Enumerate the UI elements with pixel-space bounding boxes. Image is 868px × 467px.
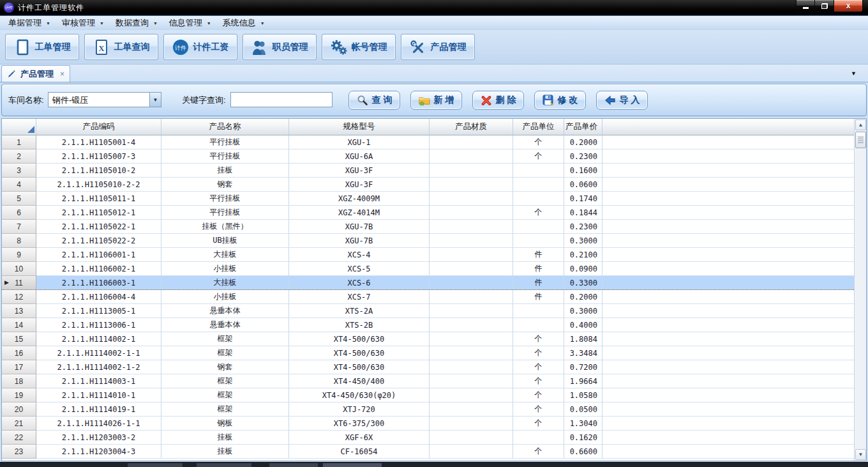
gears-icon <box>331 39 347 56</box>
scrollbar-thumb[interactable] <box>855 132 866 148</box>
vertical-scrollbar[interactable]: ▲ ▼ <box>854 119 866 461</box>
table-row[interactable]: 52.1.1.H1105011-1平行挂板XGZ-4009M0.1740 <box>2 192 854 206</box>
close-button[interactable]: x <box>834 0 863 12</box>
restore-icon <box>821 3 828 9</box>
row-number[interactable]: 22 <box>2 431 36 445</box>
table-row[interactable]: 152.1.1.H1114002-1框架XT4-500/630个1.8084 <box>2 332 854 346</box>
toolbar-button-label: 产品管理 <box>431 42 467 53</box>
toolbar-button-label: 职员管理 <box>273 42 308 53</box>
row-number[interactable]: 15 <box>2 332 36 346</box>
cell-unit: 个 <box>513 149 564 164</box>
row-number[interactable]: 5 <box>2 192 36 206</box>
product-table: 产品编码产品名称规格型号产品材质产品单位产品单价 12.1.1.H1105001… <box>1 118 867 461</box>
menu-item-system-info[interactable]: 系统信息 ▼ <box>217 17 271 30</box>
title-bar[interactable]: 计件 计件工单管理软件 x <box>0 0 868 15</box>
row-number[interactable]: 6 <box>2 206 36 220</box>
scroll-up-icon[interactable]: ▲ <box>855 119 866 130</box>
import-button[interactable]: 导 入 <box>596 91 648 110</box>
table-row[interactable]: 172.1.1.H1114002-1-2钢套XT4-500/630个0.7200 <box>2 360 854 374</box>
tab-product-management[interactable]: 产品管理 × <box>1 65 70 82</box>
table-row[interactable]: 12.1.1.H1105001-4平行挂板XGU-1个0.2000 <box>2 135 854 149</box>
table-row-selected[interactable]: ▶112.1.1.H1106003-1大挂板XCS-6件0.3300 <box>2 275 854 290</box>
cell-unit <box>513 192 564 206</box>
row-number[interactable]: 21 <box>2 417 36 431</box>
table-row[interactable]: 232.1.1.H1203004-3挂板CF-16054个0.6600 <box>2 445 854 459</box>
row-number[interactable]: 7 <box>2 220 36 234</box>
table-row[interactable]: 92.1.1.H1106001-1大挂板XCS-4件0.2100 <box>2 248 854 262</box>
row-number[interactable]: 2 <box>2 149 36 164</box>
cell-code: 2.1.1.H1113006-1 <box>36 318 161 332</box>
taskbar-sliver[interactable] <box>0 462 868 467</box>
row-number[interactable]: 9 <box>2 248 36 262</box>
row-number[interactable]: 14 <box>2 318 36 332</box>
staff-management-button[interactable]: 职员管理 <box>243 34 317 60</box>
table-row[interactable]: 72.1.1.H1105022-1挂板（黑件）XGU-7B0.2300 <box>2 220 854 234</box>
cell-price: 0.2100 <box>564 248 602 262</box>
add-button[interactable]: 新 增 <box>410 91 462 110</box>
column-header-material[interactable]: 产品材质 <box>430 119 513 135</box>
row-number[interactable]: 18 <box>2 374 36 388</box>
taskbar-item[interactable] <box>128 463 183 467</box>
menu-item-data-query[interactable]: 数据查询 ▼ <box>110 17 163 30</box>
scroll-down-icon[interactable]: ▼ <box>855 449 866 460</box>
keyword-search-input[interactable] <box>230 92 333 107</box>
row-number[interactable]: 13 <box>2 304 36 318</box>
cell-unit <box>513 220 564 234</box>
column-header-spec[interactable]: 规格型号 <box>289 119 430 135</box>
work-order-management-button[interactable]: 工单管理 <box>5 34 79 60</box>
taskbar-item[interactable] <box>269 463 318 467</box>
row-number[interactable]: 1 <box>2 135 36 149</box>
minimize-button[interactable] <box>796 0 815 12</box>
table-row[interactable]: 122.1.1.H1106004-4小挂板XCS-7件0.2000 <box>2 290 854 304</box>
work-order-query-button[interactable]: X 工单查询 <box>84 34 158 60</box>
table-row[interactable]: 192.1.1.H1114010-1框架XT4-450/630(φ20)个1.0… <box>2 388 854 402</box>
column-header-code[interactable]: 产品编码 <box>36 119 161 135</box>
query-button[interactable]: 查 询 <box>348 91 400 110</box>
select-all-corner[interactable] <box>2 119 36 135</box>
row-number[interactable]: 8 <box>2 234 36 248</box>
delete-button[interactable]: 删 除 <box>472 91 524 110</box>
table-row[interactable]: 142.1.1.H1113006-1悬垂本体XTS-2B0.4000 <box>2 318 854 332</box>
table-row[interactable]: 42.1.1.H1105010-2-2钢套XGU-3F0.0600 <box>2 178 854 192</box>
row-number[interactable]: 4 <box>2 178 36 192</box>
row-number[interactable]: 12 <box>2 290 36 304</box>
row-number[interactable]: 10 <box>2 262 36 276</box>
maximize-restore-button[interactable] <box>815 0 834 12</box>
menu-item-audit-management[interactable]: 审核管理 ▼ <box>56 17 110 30</box>
account-management-button[interactable]: 帐号管理 <box>322 34 396 60</box>
table-row[interactable]: 82.1.1.H1105022-2UB挂板XGU-7B0.3000 <box>2 234 854 248</box>
row-number[interactable]: 16 <box>2 346 36 360</box>
table-row[interactable]: 212.1.1.H1114026-1-1钢板XT6-375/300个1.3040 <box>2 417 854 431</box>
table-row[interactable]: 22.1.1.H1105007-3平行挂板XGU-6A个0.2300 <box>2 149 854 164</box>
table-row[interactable]: 62.1.1.H1105012-1平行挂板XGZ-4014M个0.1844 <box>2 206 854 220</box>
table-row[interactable]: 202.1.1.H1114019-1框架XTJ-720个0.0500 <box>2 402 854 417</box>
row-number[interactable]: 19 <box>2 388 36 402</box>
row-number[interactable]: 23 <box>2 445 36 459</box>
tab-close-icon[interactable]: × <box>60 70 64 79</box>
cell-price: 0.0500 <box>564 402 602 417</box>
workshop-dropdown[interactable]: 钢件-锻压 ▼ <box>48 92 161 107</box>
menu-item-info-management[interactable]: 信息管理 ▼ <box>163 17 217 30</box>
column-header-unit[interactable]: 产品单位 <box>513 119 564 135</box>
cell-price: 0.2300 <box>564 220 602 234</box>
taskbar-item[interactable] <box>323 463 382 467</box>
product-management-button[interactable]: 产品管理 <box>401 34 475 60</box>
row-number[interactable]: 17 <box>2 360 36 374</box>
table-row[interactable]: 102.1.1.H1106002-1小挂板XCS-5件0.0900 <box>2 262 854 276</box>
table-row[interactable]: 32.1.1.H1105010-2挂板XGU-3F0.1600 <box>2 164 854 178</box>
row-number[interactable]: 3 <box>2 164 36 178</box>
table-row[interactable]: 132.1.1.H1113005-1悬垂本体XTS-2A0.3000 <box>2 304 854 318</box>
table-row[interactable]: 222.1.1.H1203003-2挂板XGF-6X0.1620 <box>2 431 854 445</box>
dropdown-button[interactable]: ▼ <box>149 93 161 107</box>
modify-button[interactable]: 修 改 <box>534 91 586 110</box>
table-row[interactable]: 182.1.1.H1114003-1框架XT4-450/400个1.9664 <box>2 374 854 388</box>
menu-item-document-management[interactable]: 单据管理 ▼ <box>3 17 56 30</box>
column-header-name[interactable]: 产品名称 <box>161 119 289 135</box>
piecework-wage-button[interactable]: 计件 计件工资 <box>163 34 237 60</box>
column-header-price[interactable]: 产品单价 <box>564 119 602 135</box>
table-row[interactable]: 162.1.1.H1114002-1-1框架XT4-500/630个3.3484 <box>2 346 854 360</box>
row-number[interactable]: 20 <box>2 402 36 417</box>
taskbar-item[interactable] <box>197 463 251 467</box>
tab-list-arrow-icon[interactable]: ▼ <box>851 70 857 77</box>
row-number[interactable]: ▶11 <box>2 276 36 289</box>
